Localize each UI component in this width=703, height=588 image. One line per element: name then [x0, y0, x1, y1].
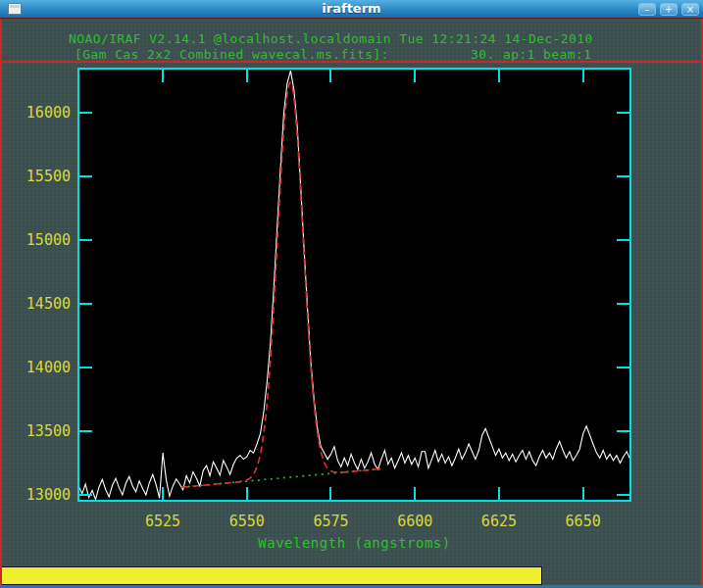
y-tick-label: 14000: [26, 359, 71, 376]
spectrum-plot-canvas[interactable]: 6525655065756600662566501300013500140001…: [0, 19, 703, 569]
close-button[interactable]: ×: [681, 3, 699, 16]
window-title: irafterm: [0, 0, 703, 19]
x-tick-label: 6550: [229, 513, 265, 530]
maximize-button[interactable]: +: [660, 3, 678, 16]
plot-background: [78, 69, 630, 501]
x-axis-title: Wavelength (angstroms): [258, 535, 450, 551]
x-tick-label: 6650: [566, 513, 601, 530]
y-tick-label: 15500: [26, 168, 71, 185]
y-tick-label: 14500: [26, 295, 71, 313]
y-tick-label: 13000: [26, 486, 71, 504]
window-border-left: [0, 19, 2, 585]
y-tick-label: 15000: [26, 231, 71, 249]
x-tick-label: 6600: [397, 513, 432, 530]
minimize-button[interactable]: –: [638, 3, 656, 16]
y-tick-label: 13500: [26, 422, 71, 440]
y-tick-label: 16000: [26, 104, 71, 122]
x-tick-label: 6625: [481, 513, 517, 530]
graphics-terminal: NOAO/IRAF V2.14.1 @localhost.localdomain…: [0, 19, 703, 588]
x-tick-label: 6525: [145, 513, 180, 530]
x-tick-label: 6575: [313, 513, 348, 530]
window-titlebar: irafterm – + ×: [0, 0, 703, 19]
fit-status-bar: 1: center = 6562.91, flux = 29713., eqw …: [0, 566, 542, 585]
window-controls: – + ×: [638, 3, 699, 16]
